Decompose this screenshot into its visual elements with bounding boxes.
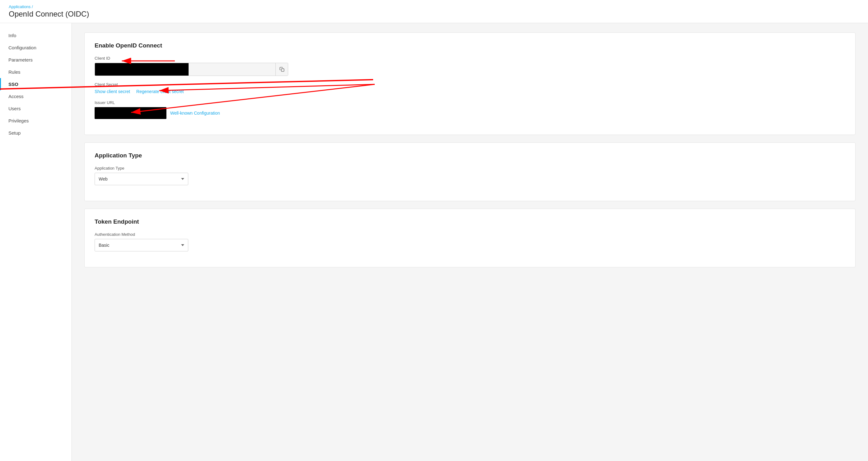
client-id-spacer	[189, 63, 275, 75]
main-content: Enable OpenID Connect Client ID	[72, 23, 868, 461]
client-id-input-wrapper	[95, 63, 288, 76]
client-id-group: Client ID	[95, 56, 845, 76]
copy-client-id-button[interactable]	[275, 63, 288, 75]
breadcrumb-separator: /	[32, 4, 33, 9]
client-id-value	[95, 63, 189, 75]
client-secret-group: Client Secret Show client secret Regener…	[95, 82, 845, 94]
issuer-url-group: Issuer URL Well-known Configuration	[95, 100, 845, 119]
sidebar-item-rules[interactable]: Rules	[0, 66, 71, 78]
enable-oidc-title: Enable OpenID Connect	[95, 42, 845, 49]
issuer-url-value	[95, 107, 166, 119]
regenerate-client-secret-link[interactable]: Regenerate client secret	[136, 89, 184, 94]
issuer-url-row: Well-known Configuration	[95, 107, 845, 119]
application-type-select[interactable]: Web Native Single Page Application	[95, 173, 188, 185]
auth-method-select[interactable]: Basic Post None	[95, 239, 188, 251]
enable-oidc-section: Enable OpenID Connect Client ID	[84, 32, 856, 135]
sidebar-item-info[interactable]: Info	[0, 29, 71, 41]
page-header: Applications / OpenId Connect (OIDC)	[0, 0, 868, 23]
issuer-url-label: Issuer URL	[95, 100, 845, 105]
well-known-config-link[interactable]: Well-known Configuration	[170, 111, 220, 116]
copy-icon	[279, 67, 284, 72]
breadcrumb: Applications /	[9, 4, 859, 9]
client-id-row	[95, 63, 845, 76]
application-type-title: Application Type	[95, 152, 845, 159]
application-type-label: Application Type	[95, 166, 845, 171]
application-type-section: Application Type Application Type Web Na…	[84, 143, 856, 201]
svg-rect-0	[281, 69, 284, 71]
application-type-group: Application Type Web Native Single Page …	[95, 166, 845, 185]
sidebar-item-access[interactable]: Access	[0, 90, 71, 102]
page-title: OpenId Connect (OIDC)	[9, 10, 859, 19]
token-endpoint-section: Token Endpoint Authentication Method Bas…	[84, 209, 856, 267]
show-client-secret-link[interactable]: Show client secret	[95, 89, 130, 94]
sidebar-item-users[interactable]: Users	[0, 102, 71, 115]
sidebar-item-setup[interactable]: Setup	[0, 127, 71, 139]
sidebar: Info Configuration Parameters Rules SSO …	[0, 23, 72, 461]
sidebar-item-configuration[interactable]: Configuration	[0, 41, 71, 54]
sidebar-item-privileges[interactable]: Privileges	[0, 115, 71, 127]
client-secret-links: Show client secret Regenerate client sec…	[95, 89, 845, 94]
auth-method-label: Authentication Method	[95, 232, 845, 237]
sidebar-item-parameters[interactable]: Parameters	[0, 54, 71, 66]
sidebar-item-sso[interactable]: SSO	[0, 78, 71, 90]
client-secret-label: Client Secret	[95, 82, 845, 87]
auth-method-group: Authentication Method Basic Post None	[95, 232, 845, 251]
breadcrumb-parent-link[interactable]: Applications	[9, 4, 31, 9]
client-id-label: Client ID	[95, 56, 845, 61]
main-layout: Info Configuration Parameters Rules SSO …	[0, 23, 868, 461]
token-endpoint-title: Token Endpoint	[95, 218, 845, 225]
